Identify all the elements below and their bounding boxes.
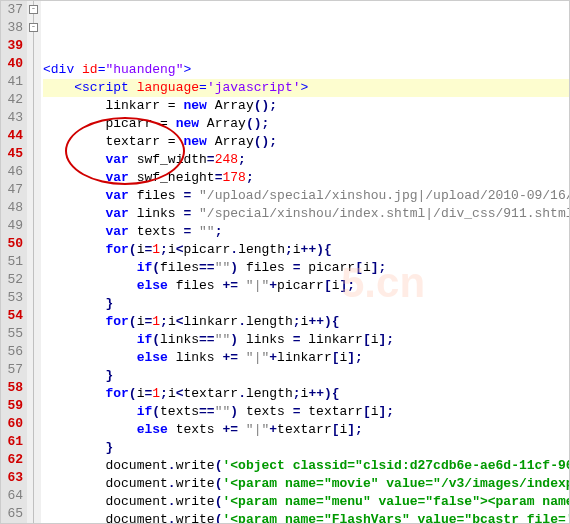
line-number: 48 [1,199,23,217]
line-number: 40 [1,55,23,73]
line-number: 60 [1,415,23,433]
fold-toggle-icon[interactable]: - [29,5,38,14]
line-number: 39 [1,37,23,55]
line-number: 58 [1,379,23,397]
line-number: 41 [1,73,23,91]
code-line[interactable]: <script language='javascript'> [43,79,569,97]
line-number: 47 [1,181,23,199]
line-number: 45 [1,145,23,163]
code-line[interactable]: } [43,367,569,385]
line-number-gutter: 3738394041424344454647484950515253545556… [1,1,27,523]
fold-column: -- [27,1,41,523]
code-line[interactable]: if(links=="") links = linkarr[i]; [43,331,569,349]
code-editor: 3738394041424344454647484950515253545556… [1,1,569,523]
code-line[interactable]: linkarr = new Array(); [43,97,569,115]
code-line[interactable]: document.write('<param name="menu" value… [43,493,569,511]
line-number: 38 [1,19,23,37]
line-number: 59 [1,397,23,415]
line-number: 63 [1,469,23,487]
code-line[interactable]: } [43,439,569,457]
code-line[interactable]: var links = "/special/xinshou/index.shtm… [43,205,569,223]
code-line[interactable]: textarr = new Array(); [43,133,569,151]
code-line[interactable]: else texts += "|"+textarr[i]; [43,421,569,439]
line-number: 52 [1,271,23,289]
line-number: 46 [1,163,23,181]
line-number: 61 [1,433,23,451]
line-number: 64 [1,487,23,505]
code-line[interactable]: else links += "|"+linkarr[i]; [43,349,569,367]
line-number: 55 [1,325,23,343]
code-line[interactable]: var texts = ""; [43,223,569,241]
code-line[interactable]: document.write('<param name="movie" valu… [43,475,569,493]
code-line[interactable]: var swf_height=178; [43,169,569,187]
line-number: 65 [1,505,23,523]
fold-toggle-icon[interactable]: - [29,23,38,32]
code-line[interactable]: } [43,295,569,313]
code-line[interactable]: document.write('<object classid="clsid:d… [43,457,569,475]
line-number: 50 [1,235,23,253]
code-line[interactable]: for(i=1;i<picarr.length;i++){ [43,241,569,259]
code-area[interactable]: 5.cn <div id="huandeng"> <script languag… [41,1,569,523]
line-number: 54 [1,307,23,325]
code-line[interactable]: if(files=="") files = picarr[i]; [43,259,569,277]
code-line[interactable]: document.write('<param name="FlashVars" … [43,511,569,523]
code-line[interactable]: for(i=1;i<textarr.length;i++){ [43,385,569,403]
line-number: 56 [1,343,23,361]
line-number: 37 [1,1,23,19]
line-number: 44 [1,127,23,145]
line-number: 43 [1,109,23,127]
code-line[interactable]: <div id="huandeng"> [43,61,569,79]
line-number: 62 [1,451,23,469]
code-line[interactable]: var files = "/upload/special/xinshou.jpg… [43,187,569,205]
code-line[interactable]: for(i=1;i<linkarr.length;i++){ [43,313,569,331]
code-line[interactable]: var swf_width=248; [43,151,569,169]
line-number: 51 [1,253,23,271]
line-number: 53 [1,289,23,307]
code-line[interactable]: picarr = new Array(); [43,115,569,133]
code-line[interactable]: if(texts=="") texts = textarr[i]; [43,403,569,421]
line-number: 42 [1,91,23,109]
code-line[interactable]: else files += "|"+picarr[i]; [43,277,569,295]
line-number: 57 [1,361,23,379]
line-number: 49 [1,217,23,235]
